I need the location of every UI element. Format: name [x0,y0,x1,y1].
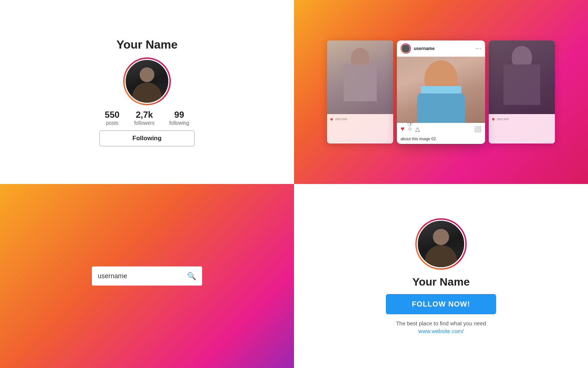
bookmark-icon[interactable]: ⬜ [474,125,481,132]
br-avatar-ring [415,218,467,270]
followers-count: 2,7k [136,110,153,120]
card-avatar-ring [401,43,411,54]
avatar [126,60,168,103]
side-heart-icon-right: ♥ [492,116,495,122]
search-icon: 🔍 [187,272,196,280]
cursor-icon: ☞ [407,120,413,128]
side-card-left: ♥ ###.### [327,40,393,144]
side-card-right: ♥ ###.### [489,40,555,144]
br-avatar [418,221,464,267]
profile-name: Your Name [116,38,178,52]
br-profile-name: Your Name [412,276,470,288]
side-image-left [327,40,393,114]
side-right-label: ###.### [497,117,509,121]
instagram-card: username ··· ♥ ○ △ ⬜ ☞ about this image … [397,40,485,144]
card-header: username ··· [397,40,485,57]
posts-label: posts [106,120,118,126]
side-bg-left [327,40,393,114]
website-link[interactable]: www.website.com/ [418,328,463,334]
posts-stat: 550 posts [105,110,119,126]
search-section: 🔍 [0,184,294,368]
side-stats-left: ♥ ###.### [327,114,393,124]
profile-section: Your Name 550 posts 2,7k followers 99 fo… [0,0,294,184]
following-stat: 99 following [169,110,189,126]
stats-row: 550 posts 2,7k followers 99 following [105,110,189,126]
side-bg-right [489,40,555,114]
follow-now-button[interactable]: FOLLOW NOW! [386,294,496,314]
followers-label: followers [134,120,154,126]
side-stats-right: ♥ ###.### [489,114,555,124]
instagram-mockup-section: ♥ ###.### username ··· ♥ ○ △ ⬜ ☞ about t… [294,0,588,184]
card-more-icon[interactable]: ··· [476,45,481,52]
search-input[interactable] [98,272,183,280]
followers-stat: 2,7k followers [134,110,154,126]
following-label: following [169,120,189,126]
profile-cta-section: Your Name FOLLOW NOW! The best place to … [294,184,588,368]
posts-count: 550 [105,110,119,120]
following-button[interactable]: Following [99,130,195,146]
card-caption: about this image 02 [397,135,485,144]
card-username: username [414,46,473,51]
side-image-right [489,40,555,114]
search-box[interactable]: 🔍 [92,266,202,286]
side-heart-icon: ♥ [330,116,333,122]
following-count: 99 [174,110,184,120]
tagline: The best place to find what you need [396,320,486,326]
share-icon[interactable]: △ [415,125,420,132]
card-image [397,57,485,123]
card-actions: ♥ ○ △ ⬜ ☞ [397,123,485,135]
side-left-label: ###.### [335,117,347,121]
avatar-inner [125,59,169,104]
card-avatar [401,44,410,53]
br-avatar-inner [417,220,465,268]
avatar-ring [123,57,171,105]
heart-icon[interactable]: ♥ [401,125,405,133]
